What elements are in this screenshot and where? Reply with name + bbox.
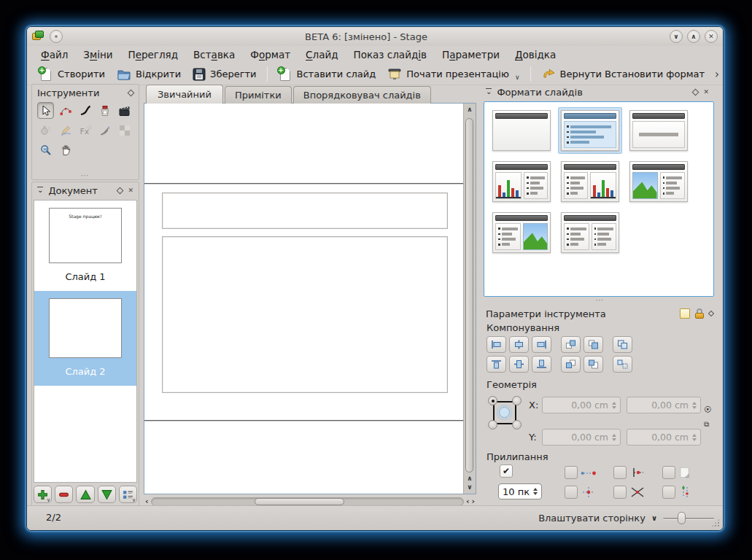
layout-thumb-title-textbox[interactable]	[627, 107, 691, 154]
open-document-button[interactable]: Відкрити	[111, 66, 187, 83]
zoom-slider-handle[interactable]	[678, 512, 686, 524]
snapping-enabled-checkbox[interactable]: ✔	[500, 464, 513, 478]
close-panel-icon[interactable]: ✕	[703, 89, 709, 96]
move-slide-up-button[interactable]	[76, 486, 94, 503]
undo-button[interactable]: Вернути Встановити формат	[535, 66, 711, 83]
tab-slide-sorter-view[interactable]: Впорядковувач слайдів	[293, 86, 431, 104]
select-tool-button[interactable]	[37, 102, 54, 119]
scroll-up-icon[interactable]: ∧	[464, 475, 476, 482]
horizontal-scrollbar-track[interactable]	[151, 497, 464, 506]
layout-thumb-two-bullet-columns[interactable]	[558, 209, 622, 256]
title-placeholder[interactable]	[162, 192, 448, 229]
float-panel-icon[interactable]	[128, 89, 135, 96]
tools-panel-header[interactable]: Інструменти	[32, 85, 139, 101]
anchor-top-right[interactable]	[512, 396, 522, 405]
scroll-up-icon[interactable]: ∧	[464, 106, 476, 113]
start-presentation-button[interactable]: Почати презентацію ∨	[381, 66, 525, 83]
presentation-dropdown-icon[interactable]: ∨	[515, 74, 520, 81]
move-slide-down-button[interactable]	[98, 486, 116, 503]
snap-guidelines-checkbox[interactable]	[662, 486, 675, 499]
notes-icon[interactable]	[680, 308, 690, 319]
layout-thumb-title-only[interactable]	[489, 107, 554, 154]
snap-distance-spinbox[interactable]: 10 пк	[498, 483, 542, 499]
insert-slide-button[interactable]: + Вставити слайд	[272, 65, 382, 84]
tool-options-header[interactable]: Параметри інструмента	[481, 306, 718, 322]
anchor-top-left[interactable]	[488, 396, 497, 405]
document-panel-header[interactable]: ⌄ Документ ✕	[32, 182, 139, 198]
scroll-down-icon[interactable]: ∨	[464, 484, 476, 491]
float-panel-icon[interactable]	[117, 187, 124, 194]
toolbar-overflow-button[interactable]: ›	[710, 68, 724, 81]
slide-item-1[interactable]: Stage працює! Слайд 1	[34, 201, 136, 291]
close-panel-icon[interactable]: ✕	[128, 187, 133, 194]
menu-help[interactable]: Довідка	[508, 47, 562, 62]
anchor-selector-widget[interactable]	[488, 396, 522, 429]
close-button[interactable]: ✕	[705, 30, 718, 43]
float-panel-icon[interactable]	[708, 311, 714, 316]
anchor-bottom-right[interactable]	[512, 420, 522, 429]
path-edit-tool-button[interactable]	[57, 102, 74, 119]
slide-formats-header[interactable]: ⌄ Формати слайдів ✕	[481, 84, 714, 100]
slide-view-options-button[interactable]: ∨	[119, 486, 137, 503]
snap-bounding-box-checkbox[interactable]	[662, 466, 675, 479]
menu-edit[interactable]: Зміни	[77, 47, 119, 62]
menu-slide[interactable]: Слайд	[299, 47, 344, 62]
glue-tool-button[interactable]	[96, 102, 113, 119]
menu-format[interactable]: Формат	[244, 47, 297, 62]
zoom-slider-track[interactable]	[663, 518, 714, 519]
lower-object-button[interactable]	[561, 356, 581, 373]
scroll-right-icon[interactable]: ›	[471, 497, 475, 505]
tab-notes-view[interactable]: Примітки	[225, 86, 292, 104]
vertical-scrollbar-thumb[interactable]	[465, 118, 473, 472]
align-left-button[interactable]	[487, 336, 506, 353]
lock-icon[interactable]	[695, 308, 704, 319]
zoom-tool-button[interactable]: M	[37, 141, 54, 158]
layout-thumb-bullets-image[interactable]	[489, 209, 554, 256]
snap-extension-checkbox[interactable]	[613, 466, 627, 479]
align-center-horizontal-button[interactable]	[509, 336, 529, 353]
layout-thumb-title-bullets[interactable]	[558, 107, 622, 154]
layout-thumb-chart-bullets[interactable]	[489, 158, 554, 205]
align-bottom-button[interactable]	[532, 356, 551, 373]
bring-to-front-button[interactable]	[584, 336, 603, 353]
content-placeholder[interactable]	[162, 236, 448, 393]
menu-view[interactable]: Перегляд	[122, 47, 185, 62]
minimize-button[interactable]: ∨	[670, 30, 683, 43]
zoom-mode-dropdown-icon[interactable]: ∨	[651, 514, 657, 522]
collapse-panel-icon[interactable]: ⌄	[37, 187, 43, 195]
layout-thumb-image-bullets[interactable]	[627, 158, 691, 205]
scroll-left-icon[interactable]: ‹	[145, 497, 149, 505]
snap-grid-checkbox[interactable]	[565, 486, 578, 499]
protect-size-icon[interactable]: ⧉	[704, 421, 709, 428]
ungroup-objects-button[interactable]	[613, 356, 632, 373]
align-center-vertical-button[interactable]	[509, 356, 529, 373]
add-slide-button[interactable]: ∨	[34, 486, 52, 503]
send-to-back-button[interactable]	[584, 356, 603, 373]
collapse-panel-icon[interactable]: ⌄	[486, 88, 492, 96]
titlebar[interactable]: BETA 6: [змінено] - Stage ∨ ∧ ✕	[27, 27, 723, 46]
pan-tool-button[interactable]	[57, 141, 74, 158]
window-menu-button[interactable]	[50, 30, 63, 43]
raise-object-button[interactable]	[561, 336, 581, 353]
horizontal-scrollbar-thumb[interactable]	[255, 498, 345, 505]
align-top-button[interactable]	[487, 356, 506, 373]
new-document-button[interactable]: + Створити	[33, 65, 111, 84]
layout-thumb-bullets-chart[interactable]	[558, 158, 622, 205]
align-right-button[interactable]	[532, 336, 551, 353]
vertical-scrollbar[interactable]: ∧ ∧ ∨	[463, 104, 476, 494]
delete-slide-button[interactable]	[55, 486, 73, 503]
float-panel-icon[interactable]	[692, 88, 699, 96]
snap-intersection-checkbox[interactable]	[613, 486, 627, 499]
menu-file[interactable]: Файл	[34, 47, 74, 62]
save-document-button[interactable]: Зберегти	[187, 66, 262, 83]
menu-slideshow[interactable]: Показ слайдів	[347, 47, 433, 62]
menu-settings[interactable]: Параметри	[435, 47, 506, 62]
maximize-button[interactable]: ∧	[687, 30, 700, 43]
panel-splitter-handle[interactable]: ⋯	[32, 174, 139, 178]
anchor-center[interactable]	[499, 407, 510, 418]
panel-splitter-handle[interactable]: ⋯	[481, 298, 720, 303]
tab-normal-view[interactable]: Звичайний	[146, 85, 223, 104]
freehand-tool-button[interactable]	[77, 102, 93, 119]
animation-tool-button[interactable]	[116, 102, 133, 119]
zoom-slider[interactable]	[663, 512, 714, 524]
